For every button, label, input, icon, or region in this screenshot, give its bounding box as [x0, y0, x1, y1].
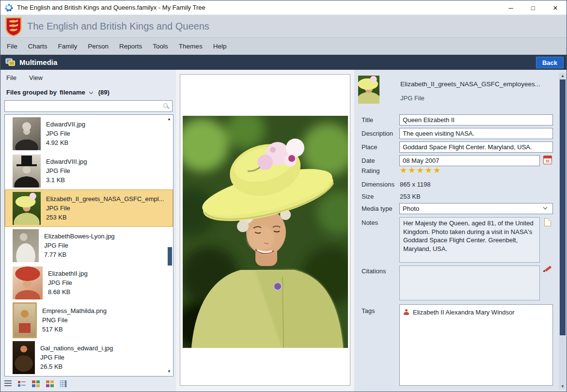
main-menu-bar: File Charts Family Person Reports Tools …: [0, 37, 567, 55]
file-type: JPG File: [46, 204, 164, 213]
search-icon[interactable]: [163, 103, 168, 108]
multimedia-icon: [5, 58, 16, 66]
file-type: JPG File: [46, 166, 87, 175]
place-input[interactable]: [399, 141, 553, 153]
rating-stars[interactable]: ★★★★★: [400, 165, 441, 175]
edit-citation-icon[interactable]: [543, 265, 552, 273]
grouping-row: Files grouped by filename (89): [6, 89, 110, 96]
title-input[interactable]: [399, 114, 553, 125]
app-logo-icon: [5, 3, 13, 12]
view-grid-icon[interactable]: [60, 380, 66, 387]
file-thumbnail: [13, 302, 37, 338]
selected-file-name: Elizabeth_II_greets_NASA_GSFC_employees.…: [400, 80, 540, 88]
file-item-selected[interactable]: Elizabeth_II_greets_NASA_GSFC_empl... JP…: [5, 189, 173, 227]
place-label: Place: [362, 143, 378, 151]
file-name: EdwardVII.jpg: [46, 120, 85, 129]
menu-tools[interactable]: Tools: [147, 38, 173, 55]
maximize-button[interactable]: □: [522, 0, 544, 15]
multimedia-bar: Multimedia Back: [0, 55, 567, 70]
date-input[interactable]: [399, 155, 540, 166]
calendar-icon[interactable]: 31: [543, 156, 552, 164]
file-type: JPG File: [46, 129, 85, 138]
details-scrollbar-thumb[interactable]: [560, 79, 566, 335]
details-scrollbar[interactable]: ▲ ▼: [559, 73, 567, 390]
file-type: PNG File: [42, 315, 107, 325]
search-input[interactable]: [5, 101, 172, 111]
person-icon: [404, 309, 409, 315]
photo-preview: [183, 116, 348, 348]
app-window: The English and British Kings and Queens…: [0, 0, 567, 392]
rating-label: Rating: [362, 167, 380, 174]
file-count: (89): [98, 89, 110, 96]
tags-label: Tags: [362, 307, 375, 314]
menu-themes[interactable]: Themes: [173, 38, 208, 55]
dimensions-value: 865 x 1198: [400, 181, 430, 188]
file-thumbnail: [13, 155, 41, 188]
edit-note-icon[interactable]: [544, 218, 551, 226]
list-scrollbar-thumb[interactable]: [168, 247, 172, 266]
file-item[interactable]: Gal_nations_edward_i.jpg JPG File 26.5 K…: [5, 339, 173, 376]
file-name: ElizabethBowes-Lyon.jpg: [44, 232, 115, 241]
citations-label: Citations: [362, 267, 386, 275]
browser-menu: File View: [6, 74, 43, 81]
file-type: JPG File: [40, 353, 113, 362]
file-item[interactable]: ElizabethII.jpg JPG File 8.68 KB: [5, 264, 173, 301]
menu-person[interactable]: Person: [82, 38, 114, 55]
media-browser-panel: File View Files grouped by filename (89)…: [0, 70, 176, 392]
menu-file[interactable]: File: [1, 38, 23, 55]
back-button[interactable]: Back: [536, 57, 564, 68]
description-label: Description: [362, 130, 393, 137]
menu-charts[interactable]: Charts: [23, 38, 53, 55]
file-item[interactable]: Empress_Mathilda.png PNG File 517 KB: [5, 301, 173, 339]
menu-family[interactable]: Family: [53, 38, 83, 55]
tags-box[interactable]: Elizabeth II Alexandra Mary Windsor: [399, 304, 553, 386]
close-button[interactable]: ✕: [544, 0, 567, 15]
file-size: 7.77 KB: [44, 250, 115, 259]
view-tiles-medium-icon[interactable]: [32, 380, 40, 387]
file-size: 3.1 KB: [46, 175, 87, 185]
scroll-down-icon[interactable]: ▼: [167, 370, 171, 374]
preview-panel: [180, 74, 350, 386]
grouping-label: Files grouped by: [6, 89, 57, 96]
file-item[interactable]: EdwardVIII.jpg JPG File 3.1 KB: [5, 152, 173, 189]
file-name: Gal_nations_edward_i.jpg: [40, 344, 113, 353]
browser-menu-view[interactable]: View: [29, 74, 43, 81]
file-thumbnail: [13, 192, 41, 225]
chevron-down-icon[interactable]: [89, 90, 93, 94]
scroll-down-icon[interactable]: ▼: [559, 384, 567, 389]
minimize-button[interactable]: ─: [500, 0, 522, 15]
file-name: Empress_Mathilda.png: [42, 306, 107, 315]
file-size: 8.68 KB: [48, 287, 88, 297]
menu-reports[interactable]: Reports: [114, 38, 147, 55]
notes-textarea[interactable]: Her Majesty the Queen, aged 81, of the U…: [399, 217, 540, 263]
grouping-value[interactable]: filename: [60, 89, 85, 96]
description-input[interactable]: [399, 128, 553, 139]
window-title: The English and British Kings and Queens…: [17, 4, 205, 11]
view-list-icon[interactable]: [18, 380, 26, 387]
tag-item[interactable]: Elizabeth II Alexandra Mary Windsor: [404, 309, 549, 316]
search-box: [4, 100, 173, 112]
file-item[interactable]: ElizabethBowes-Lyon.jpg JPG File 7.77 KB: [5, 227, 173, 264]
file-item[interactable]: EdwardVII.jpg JPG File 4.92 KB: [5, 115, 173, 152]
file-name: Elizabeth_II_greets_NASA_GSFC_empl...: [46, 194, 164, 204]
view-mode-switcher: [4, 380, 66, 387]
details-panel: Elizabeth_II_greets_NASA_GSFC_employees.…: [354, 70, 567, 392]
header-band: The English and British Kings and Queens: [0, 15, 567, 37]
coat-of-arms-icon: [5, 16, 22, 37]
scroll-up-icon[interactable]: ▲: [559, 74, 567, 78]
file-list: EdwardVII.jpg JPG File 4.92 KB EdwardVII…: [4, 114, 173, 376]
date-label: Date: [362, 157, 375, 164]
browser-menu-file[interactable]: File: [6, 74, 16, 81]
media-type-select[interactable]: Photo: [399, 203, 553, 214]
file-thumbnail: [13, 117, 41, 150]
file-size: 4.92 KB: [46, 138, 85, 147]
scroll-up-icon[interactable]: ▲: [167, 117, 171, 121]
menu-help[interactable]: Help: [208, 38, 232, 55]
title-bar: The English and British Kings and Queens…: [0, 0, 567, 15]
view-tiles-large-icon[interactable]: [46, 380, 54, 387]
size-value: 253 KB: [400, 193, 421, 200]
notes-label: Notes: [362, 219, 378, 226]
citations-box[interactable]: [399, 266, 540, 300]
view-details-icon[interactable]: [4, 380, 12, 387]
calendar-icon-day: 31: [544, 158, 551, 164]
